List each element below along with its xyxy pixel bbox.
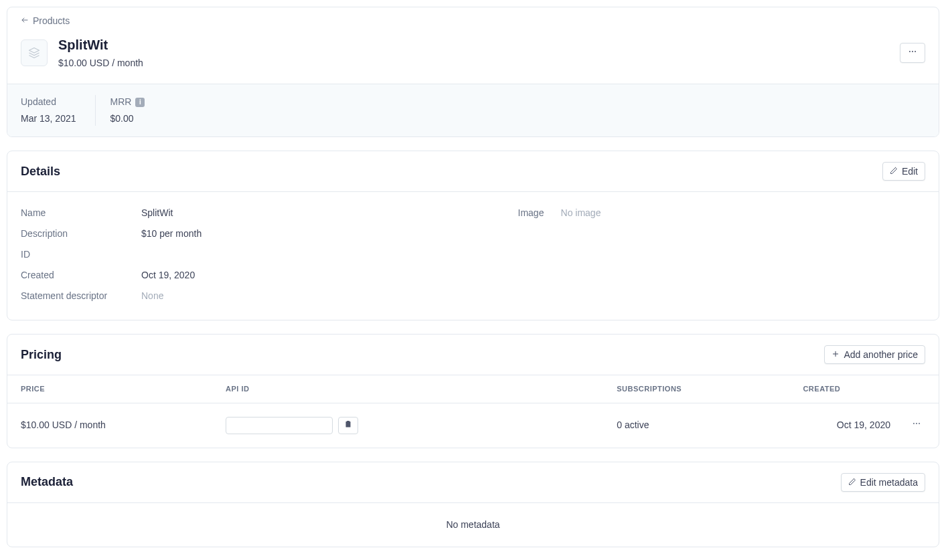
details-statement-label: Statement descriptor (21, 289, 141, 303)
pencil-icon (848, 477, 856, 488)
details-description-value: $10 per month (141, 227, 202, 241)
pricing-row-created: Oct 19, 2020 (837, 418, 890, 432)
plus-icon (832, 349, 840, 360)
metadata-empty: No metadata (7, 503, 939, 547)
svg-point-3 (915, 51, 916, 52)
edit-metadata-button[interactable]: Edit metadata (841, 473, 925, 492)
stat-updated-label: Updated (21, 95, 76, 109)
product-title: SplitWit (58, 35, 143, 55)
product-price-line: $10.00 USD / month (58, 56, 143, 70)
details-name-label: Name (21, 206, 141, 220)
edit-details-label: Edit (902, 166, 918, 177)
stat-mrr-value: $0.00 (110, 112, 145, 126)
metadata-title: Metadata (21, 473, 73, 491)
pencil-icon (890, 166, 898, 177)
clipboard-icon (344, 419, 352, 431)
info-icon[interactable]: i (135, 98, 145, 107)
svg-rect-6 (347, 421, 349, 422)
add-price-label: Add another price (844, 349, 918, 360)
pricing-row-subs: 0 active (603, 403, 789, 448)
details-description-label: Description (21, 227, 141, 241)
details-image-label: Image (518, 206, 561, 220)
svg-point-1 (909, 51, 911, 52)
edit-metadata-label: Edit metadata (860, 477, 918, 488)
product-more-button[interactable] (900, 43, 925, 63)
details-created-value: Oct 19, 2020 (141, 268, 195, 282)
details-created-label: Created (21, 268, 141, 282)
arrow-left-icon (21, 14, 29, 28)
pricing-col-subs: SUBSCRIPTIONS (603, 375, 789, 403)
stat-updated-value: Mar 13, 2021 (21, 112, 76, 126)
pricing-row-price: $10.00 USD / month (7, 403, 212, 448)
svg-point-2 (912, 51, 913, 52)
svg-point-9 (919, 423, 920, 424)
pricing-row-more-button[interactable] (908, 417, 925, 434)
pricing-row[interactable]: $10.00 USD / month 0 active (7, 403, 939, 448)
pricing-title: Pricing (21, 346, 62, 364)
pricing-col-created: CREATED (789, 375, 939, 403)
details-title: Details (21, 163, 60, 181)
pricing-col-api: API ID (212, 375, 603, 403)
edit-details-button[interactable]: Edit (882, 162, 925, 181)
copy-api-id-button[interactable] (338, 417, 358, 434)
breadcrumb-label: Products (33, 14, 70, 28)
svg-point-8 (916, 423, 917, 424)
details-image-value: No image (561, 206, 601, 220)
details-name-value: SplitWit (141, 206, 173, 220)
details-statement-value: None (141, 289, 163, 303)
api-id-input[interactable] (226, 417, 333, 434)
breadcrumb-products[interactable]: Products (7, 7, 83, 28)
details-id-label: ID (21, 248, 141, 262)
product-icon (21, 39, 48, 66)
svg-point-7 (913, 423, 915, 424)
add-price-button[interactable]: Add another price (824, 345, 925, 364)
more-horizontal-icon (912, 418, 921, 432)
more-horizontal-icon (908, 47, 917, 58)
stat-mrr-label: MRR (110, 95, 132, 109)
pricing-col-price: PRICE (7, 375, 212, 403)
